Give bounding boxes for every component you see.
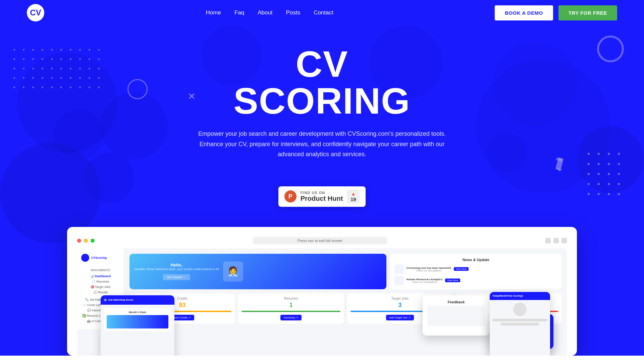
dashboard-preview: Press esc to exit full screen CVSc xyxy=(0,227,644,356)
ph-find-us-text: FIND US ON xyxy=(301,191,343,195)
product-hunt-badge[interactable]: P FIND US ON Product Hunt ▲ 19 xyxy=(278,186,366,207)
white-section xyxy=(0,356,644,362)
dashboard-container: Press esc to exit full screen CVSc xyxy=(67,227,577,356)
arrow-decoration xyxy=(553,156,570,173)
nav-contact[interactable]: Contact xyxy=(314,9,333,16)
logo[interactable]: CV xyxy=(27,4,44,21)
ph-name-text: Product Hunt xyxy=(301,195,343,202)
tablet-overlay: Job Matching Score Month's Stats xyxy=(101,295,174,356)
nav-faq[interactable]: Faq xyxy=(234,9,244,16)
book-demo-button[interactable]: BOOK A DEMO xyxy=(495,5,553,20)
nav-posts[interactable]: Posts xyxy=(286,9,301,16)
hero-subtitle: Empower your job search and career devel… xyxy=(195,129,449,160)
nav-links: Home Faq About Posts Contact xyxy=(206,9,333,16)
ph-upvote-arrow: ▲ xyxy=(351,191,356,196)
hero-title-cv: CV xyxy=(0,46,644,82)
try-free-button[interactable]: TRY FOR FREE xyxy=(558,5,617,20)
svg-text:CV: CV xyxy=(30,8,41,17)
hero-title: CV SCORING xyxy=(0,46,644,119)
feedback-title: Feedback xyxy=(427,300,485,304)
ph-count: 19 xyxy=(351,196,356,202)
nav-buttons: BOOK A DEMO TRY FOR FREE xyxy=(495,5,617,20)
feedback-overlay: Feedback xyxy=(423,295,490,336)
ph-logo: P xyxy=(284,190,297,202)
navbar: CV Home Faq About Posts Contact BOOK A D… xyxy=(0,0,644,25)
hero-section: ✕ CV SCORING Empower your job search and… xyxy=(0,25,644,356)
hero-title-scoring: SCORING xyxy=(0,82,644,119)
ph-text: FIND US ON Product Hunt xyxy=(301,191,343,202)
mobile-overlay: Today/Month/Year Scorings xyxy=(490,292,550,356)
nav-home[interactable]: Home xyxy=(206,9,221,16)
ph-score-badge: ▲ 19 xyxy=(347,190,360,203)
nav-about[interactable]: About xyxy=(258,9,272,16)
